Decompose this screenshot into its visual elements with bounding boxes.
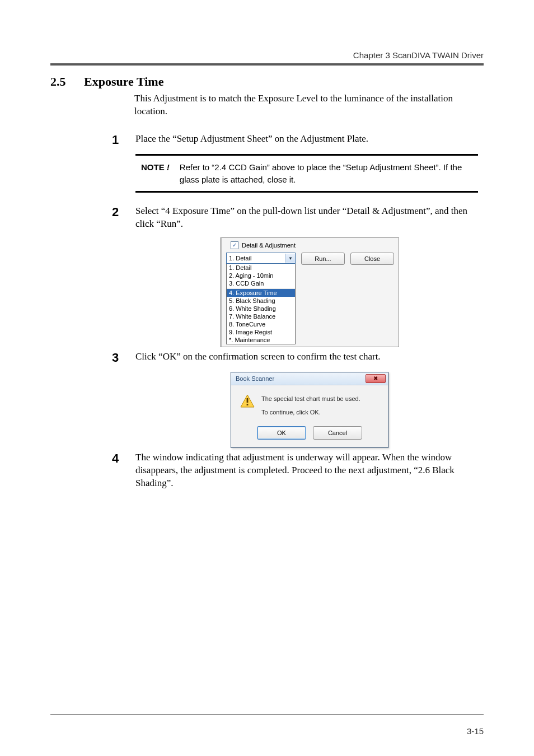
dropdown-option[interactable]: 2. Aging - 10min — [227, 272, 295, 279]
dropdown-option[interactable]: 1. Detail — [227, 264, 295, 272]
confirmation-dialog: Book Scanner ✖ The special test chart mu… — [231, 372, 388, 448]
dropdown-option[interactable]: *. Maintenance — [227, 336, 295, 344]
dropdown-option[interactable]: 9. Image Regist — [227, 328, 295, 336]
step-text: Click “OK” on the confirmation screen to… — [135, 351, 484, 365]
section-intro: This Adjustment is to match the Exposure… — [134, 92, 478, 118]
close-icon[interactable]: ✖ — [366, 374, 386, 383]
note-rule-bottom — [135, 191, 478, 193]
warning-icon — [240, 394, 255, 408]
dropdown-option[interactable]: 8. ToneCurve — [227, 320, 295, 328]
step-number: 3 — [112, 351, 135, 365]
dropdown-option[interactable]: 7. White Balance — [227, 312, 295, 320]
run-button[interactable]: Run... — [301, 253, 345, 265]
dialog-message-line2: To continue, click OK. — [261, 408, 360, 418]
ok-button[interactable]: OK — [257, 426, 306, 440]
dropdown-option[interactable]: 5. Black Shading — [227, 297, 295, 305]
close-button[interactable]: Close — [350, 253, 394, 265]
section-title: Exposure Time — [84, 74, 163, 89]
dropdown-list[interactable]: 1. Detail 2. Aging - 10min 3. CCD Gain 4… — [226, 264, 296, 344]
note-text: Refer to “2.4 CCD Gain” above to place t… — [180, 161, 476, 186]
svg-rect-1 — [247, 398, 249, 403]
step-text: Place the “Setup Adjustment Sheet” on th… — [135, 133, 484, 147]
step-number: 2 — [112, 205, 135, 231]
step-text: The window indicating that adjustment is… — [135, 451, 484, 490]
adjustment-dropdown[interactable]: 1. Detail ▼ 1. Detail 2. Aging - 10min 3… — [226, 253, 296, 344]
cancel-button[interactable]: Cancel — [313, 426, 362, 440]
dropdown-option[interactable]: 6. White Shading — [227, 305, 295, 312]
page-number: 3-15 — [467, 726, 484, 736]
step-number: 4 — [112, 451, 135, 490]
header-rule — [50, 63, 484, 66]
dialog-title: Book Scanner — [236, 375, 274, 382]
step-text: Select “4 Exposure Time” on the pull-dow… — [135, 205, 484, 231]
note-label: NOTE ! — [141, 161, 170, 186]
chevron-down-icon: ▼ — [285, 254, 295, 263]
dropdown-option-selected[interactable]: 4. Exposure Time — [227, 289, 295, 297]
dropdown-option[interactable]: 3. CCD Gain — [227, 279, 295, 287]
step-number: 1 — [112, 133, 135, 147]
dialog-message-line1: The special test chart must be used. — [261, 394, 360, 404]
footer-rule — [50, 714, 484, 715]
svg-rect-2 — [247, 404, 249, 405]
running-header: Chapter 3 ScanDIVA TWAIN Driver — [50, 50, 484, 63]
dropdown-selected-value: 1. Detail — [229, 255, 251, 262]
detail-adjustment-checkbox[interactable]: ✓ — [231, 241, 238, 249]
detail-adjustment-panel: ✓ Detail & Adjustment 1. Detail ▼ 1. Det… — [220, 237, 399, 347]
note-block: NOTE ! Refer to “2.4 CCD Gain” above to … — [135, 154, 478, 193]
section-number: 2.5 — [50, 74, 84, 89]
detail-adjustment-label: Detail & Adjustment — [242, 242, 296, 249]
